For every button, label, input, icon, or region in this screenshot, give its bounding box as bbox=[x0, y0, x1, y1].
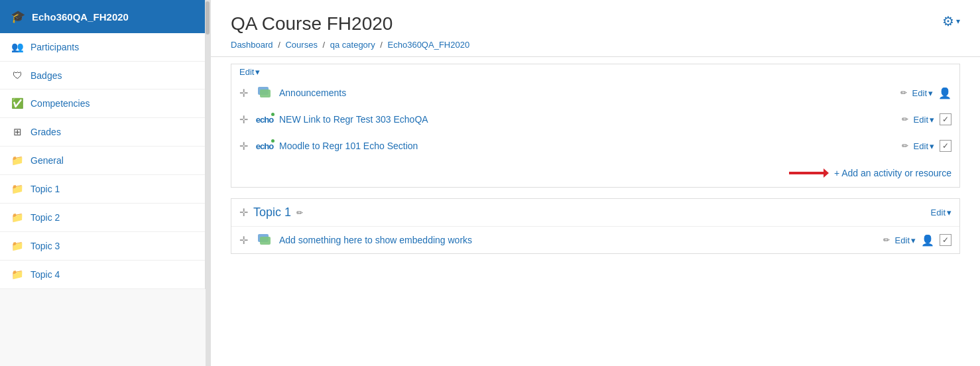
activity-embedding-link[interactable]: Add something here to show embedding wor… bbox=[279, 235, 875, 245]
sidebar-item-label: Badges bbox=[31, 70, 62, 81]
breadcrumb: Dashboard / Courses / qa category / Echo… bbox=[231, 40, 960, 50]
graduation-cap-icon: 🎓 bbox=[11, 9, 25, 24]
activity-edit-button[interactable]: Edit ▾ bbox=[895, 235, 916, 245]
sidebar-item-label: Competencies bbox=[31, 98, 90, 109]
add-activity-button[interactable]: + Add an activity or resource bbox=[834, 168, 951, 178]
topic1-title-link[interactable]: Topic 1 bbox=[253, 206, 291, 219]
topic-controls: Edit ▾ bbox=[931, 208, 951, 217]
sidebar: 🎓 Echo360QA_FH2020 👥 Participants 🛡 Badg… bbox=[0, 0, 206, 289]
sidebar-item-label: Topic 4 bbox=[31, 269, 60, 280]
folder-icon: 📁 bbox=[11, 212, 24, 223]
forum-icon bbox=[255, 84, 274, 102]
activity-echo-link2[interactable]: Moodle to Regr 101 Echo Section bbox=[279, 141, 894, 151]
user-icon: 👤 bbox=[921, 234, 934, 247]
sidebar-item-competencies[interactable]: ✅ Competencies bbox=[0, 90, 205, 118]
svg-marker-3 bbox=[824, 168, 829, 178]
svg-rect-5 bbox=[260, 237, 271, 245]
sidebar-header[interactable]: 🎓 Echo360QA_FH2020 bbox=[0, 0, 205, 33]
activity-echo-link1[interactable]: NEW Link to Regr Test 303 EchoQA bbox=[279, 114, 894, 125]
breadcrumb-dashboard[interactable]: Dashboard bbox=[231, 40, 273, 50]
pencil-edit-icon[interactable]: ✏ bbox=[296, 208, 303, 217]
page-title: QA Course FH2020 bbox=[231, 13, 393, 34]
section-edit-button[interactable]: Edit ▾ bbox=[239, 67, 951, 77]
pencil-edit-icon[interactable]: ✏ bbox=[900, 88, 907, 97]
scrollbar-thumb[interactable] bbox=[206, 1, 210, 34]
dropdown-arrow-icon: ▾ bbox=[928, 88, 933, 98]
breadcrumb-sep: / bbox=[323, 40, 328, 50]
echo-icon: echo bbox=[255, 137, 274, 155]
sidebar-item-participants[interactable]: 👥 Participants bbox=[0, 33, 205, 62]
folder-icon: 📁 bbox=[11, 240, 24, 252]
sidebar-item-grades[interactable]: ⊞ Grades bbox=[0, 118, 205, 147]
pencil-edit-icon[interactable]: ✏ bbox=[902, 141, 908, 151]
dropdown-arrow-icon: ▾ bbox=[255, 67, 260, 77]
folder-icon: 📁 bbox=[11, 154, 24, 166]
topic-header: ✛ Topic 1 ✏ Edit ▾ bbox=[231, 199, 959, 227]
sidebar-item-topic3[interactable]: 📁 Topic 3 bbox=[0, 232, 205, 261]
drag-handle-icon[interactable]: ✛ bbox=[239, 87, 250, 99]
gear-dropdown-arrow: ▾ bbox=[956, 17, 960, 26]
sidebar-course-title: Echo360QA_FH2020 bbox=[32, 11, 129, 23]
forum-icon bbox=[255, 231, 274, 249]
sidebar-item-label: Participants bbox=[31, 42, 79, 52]
sidebar-item-label: Topic 2 bbox=[31, 212, 60, 223]
activity-controls: Edit ▾ 👤 bbox=[912, 87, 951, 99]
dropdown-arrow-icon: ▾ bbox=[911, 235, 916, 245]
activity-controls: Edit ▾ 👤 ✓ bbox=[895, 234, 951, 247]
sidebar-item-badges[interactable]: 🛡 Badges bbox=[0, 62, 205, 90]
section-top-edit: Edit ▾ bbox=[231, 64, 959, 80]
dropdown-arrow-icon: ▾ bbox=[930, 115, 934, 125]
activity-row: ✛ echo NEW Link to Regr Test 303 EchoQA … bbox=[231, 106, 959, 133]
activity-row: ✛ echo Moodle to Regr 101 Echo Section ✏… bbox=[231, 133, 959, 159]
sidebar-item-topic1[interactable]: 📁 Topic 1 bbox=[0, 175, 205, 204]
drag-handle-icon[interactable]: ✛ bbox=[239, 234, 250, 247]
breadcrumb-sep: / bbox=[380, 40, 385, 50]
content-area: Edit ▾ ✛ Announcements ✏ Edit bbox=[211, 57, 980, 366]
breadcrumb-qacategory[interactable]: qa category bbox=[330, 40, 375, 50]
svg-rect-1 bbox=[260, 90, 271, 97]
topic1-section: ✛ Topic 1 ✏ Edit ▾ ✛ bbox=[231, 198, 960, 254]
sidebar-item-general[interactable]: 📁 General bbox=[0, 147, 205, 175]
checkbox-icon: ✓ bbox=[940, 234, 951, 246]
dropdown-arrow-icon: ▾ bbox=[947, 208, 951, 217]
competencies-icon: ✅ bbox=[11, 97, 24, 109]
user-icon: 👤 bbox=[938, 87, 951, 99]
main-content: QA Course FH2020 ⚙ ▾ Dashboard / Courses… bbox=[211, 0, 980, 366]
sidebar-item-topic2[interactable]: 📁 Topic 2 bbox=[0, 204, 205, 232]
arrow-right-icon bbox=[789, 166, 829, 180]
drag-handle-icon[interactable]: ✛ bbox=[239, 140, 250, 152]
activity-edit-button[interactable]: Edit ▾ bbox=[914, 141, 934, 151]
sidebar-item-label: Topic 3 bbox=[31, 241, 60, 251]
topic-edit-button[interactable]: Edit ▾ bbox=[931, 208, 951, 217]
pencil-edit-icon[interactable]: ✏ bbox=[902, 115, 908, 124]
breadcrumb-sep: / bbox=[278, 40, 282, 50]
activity-row: ✛ Announcements ✏ Edit ▾ 👤 bbox=[231, 80, 959, 106]
breadcrumb-echo360[interactable]: Echo360QA_FH2020 bbox=[388, 40, 470, 50]
activity-edit-button[interactable]: Edit ▾ bbox=[914, 115, 934, 125]
drag-handle-icon[interactable]: ✛ bbox=[239, 113, 250, 126]
dropdown-arrow-icon: ▾ bbox=[930, 141, 934, 151]
folder-icon: 📁 bbox=[11, 183, 24, 195]
activity-announcements-link[interactable]: Announcements bbox=[279, 88, 892, 98]
sidebar-item-label: General bbox=[31, 155, 64, 166]
general-section: Edit ▾ ✛ Announcements ✏ Edit bbox=[231, 64, 960, 188]
gear-settings-button[interactable]: ⚙ ▾ bbox=[942, 13, 960, 29]
grades-icon: ⊞ bbox=[11, 126, 24, 138]
sidebar-item-label: Grades bbox=[31, 127, 61, 137]
add-activity-row: + Add an activity or resource bbox=[231, 159, 959, 187]
activity-row: ✛ Add something here to show embedding w… bbox=[231, 227, 959, 253]
gear-icon: ⚙ bbox=[942, 13, 954, 29]
activity-controls: Edit ▾ ✓ bbox=[914, 113, 951, 125]
echo-icon: echo bbox=[255, 110, 274, 129]
folder-icon: 📁 bbox=[11, 269, 24, 280]
breadcrumb-courses[interactable]: Courses bbox=[285, 40, 317, 50]
page-header: QA Course FH2020 ⚙ ▾ Dashboard / Courses… bbox=[211, 0, 980, 57]
sidebar-item-topic4[interactable]: 📁 Topic 4 bbox=[0, 261, 205, 289]
drag-handle-icon[interactable]: ✛ bbox=[239, 206, 248, 219]
participants-icon: 👥 bbox=[11, 41, 24, 53]
pencil-edit-icon[interactable]: ✏ bbox=[883, 235, 890, 245]
scrollbar-track[interactable] bbox=[206, 0, 211, 366]
activity-edit-button[interactable]: Edit ▾ bbox=[912, 88, 933, 98]
checkbox-icon: ✓ bbox=[940, 113, 951, 125]
sidebar-item-label: Topic 1 bbox=[31, 184, 60, 194]
